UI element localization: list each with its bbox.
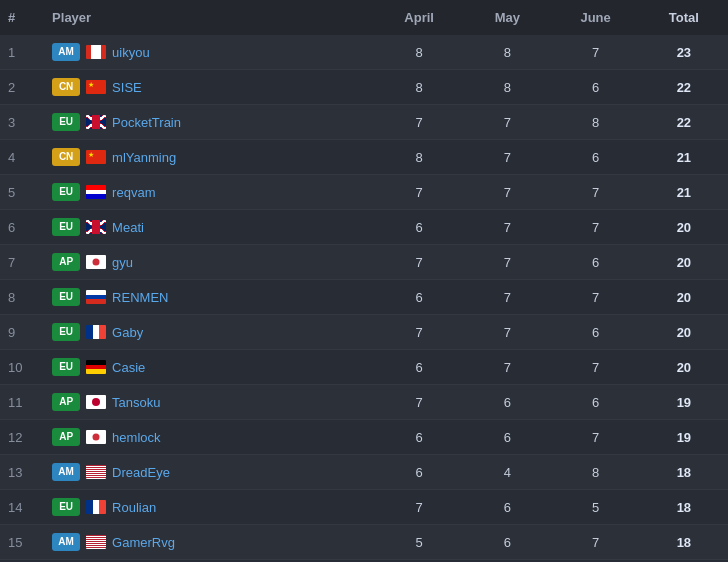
rank-cell: 8: [0, 280, 44, 315]
rank-cell: 1: [0, 35, 44, 70]
rank-cell: 13: [0, 455, 44, 490]
june-score: 7: [551, 350, 639, 385]
rank-cell: 4: [0, 140, 44, 175]
player-cell: EUCasie: [44, 350, 375, 385]
april-score: 7: [375, 105, 463, 140]
may-score: 7: [463, 315, 551, 350]
rank-cell: 15: [0, 525, 44, 560]
may-score: 6: [463, 490, 551, 525]
june-score: 7: [551, 175, 639, 210]
country-flag: [86, 465, 106, 479]
region-badge: AP: [52, 428, 80, 446]
total-score: 19: [640, 420, 728, 455]
country-flag: [86, 115, 106, 129]
table-row: 6EUMeati67720: [0, 210, 728, 245]
player-cell: CNSISE: [44, 70, 375, 105]
may-score: 4: [463, 455, 551, 490]
total-score: 18: [640, 455, 728, 490]
table-row: 1AMuikyou88723: [0, 35, 728, 70]
rank-cell: 11: [0, 385, 44, 420]
rank-cell: 2: [0, 70, 44, 105]
table-row: 3EUPocketTrain77822: [0, 105, 728, 140]
june-score: 8: [551, 455, 639, 490]
player-name[interactable]: gyu: [112, 255, 133, 270]
player-name[interactable]: hemlock: [112, 430, 160, 445]
player-name[interactable]: Casie: [112, 360, 145, 375]
total-score: 23: [640, 35, 728, 70]
country-flag: [86, 500, 106, 514]
april-score: 8: [375, 70, 463, 105]
total-score: 18: [640, 525, 728, 560]
player-name[interactable]: Tansoku: [112, 395, 160, 410]
table-row: 14EURoulian76518: [0, 490, 728, 525]
rank-cell: 5: [0, 175, 44, 210]
table-row: 4CNmlYanming87621: [0, 140, 728, 175]
country-flag: [86, 45, 106, 59]
june-score: 7: [551, 210, 639, 245]
may-score: 6: [463, 385, 551, 420]
header-total: Total: [640, 0, 728, 35]
may-score: 7: [463, 245, 551, 280]
player-name[interactable]: SISE: [112, 80, 142, 95]
region-badge: EU: [52, 498, 80, 516]
player-name[interactable]: PocketTrain: [112, 115, 181, 130]
player-name[interactable]: DreadEye: [112, 465, 170, 480]
april-score: 6: [375, 280, 463, 315]
player-name[interactable]: Gaby: [112, 325, 143, 340]
player-cell: CNmlYanming: [44, 140, 375, 175]
header-player: Player: [44, 0, 375, 35]
player-name[interactable]: uikyou: [112, 45, 150, 60]
country-flag: [86, 325, 106, 339]
table-row: 8EURENMEN67720: [0, 280, 728, 315]
region-badge: AM: [52, 533, 80, 551]
total-score: 22: [640, 70, 728, 105]
country-flag: [86, 395, 106, 409]
total-score: 20: [640, 280, 728, 315]
country-flag: [86, 80, 106, 94]
total-score: 21: [640, 175, 728, 210]
rank-cell: 10: [0, 350, 44, 385]
table-row: 5EUreqvam77721: [0, 175, 728, 210]
may-score: 7: [463, 280, 551, 315]
april-score: 7: [375, 490, 463, 525]
may-score: 7: [463, 175, 551, 210]
table-row: 7APgyu77620: [0, 245, 728, 280]
player-cell: EUPocketTrain: [44, 105, 375, 140]
region-badge: CN: [52, 78, 80, 96]
player-name[interactable]: Meati: [112, 220, 144, 235]
player-cell: AMGamerRvg: [44, 525, 375, 560]
rank-cell: 7: [0, 245, 44, 280]
may-score: 8: [463, 70, 551, 105]
may-score: 7: [463, 350, 551, 385]
rank-cell: 3: [0, 105, 44, 140]
player-cell: EURoulian: [44, 490, 375, 525]
table-row: 13AMDreadEye64818: [0, 455, 728, 490]
april-score: 6: [375, 455, 463, 490]
country-flag: [86, 185, 106, 199]
player-cell: AMuikyou: [44, 35, 375, 70]
region-badge: AM: [52, 463, 80, 481]
may-score: 8: [463, 35, 551, 70]
country-flag: [86, 360, 106, 374]
june-score: 5: [551, 490, 639, 525]
rank-cell: 12: [0, 420, 44, 455]
player-name[interactable]: mlYanming: [112, 150, 176, 165]
region-badge: AM: [52, 43, 80, 61]
total-score: 19: [640, 385, 728, 420]
total-score: 20: [640, 210, 728, 245]
player-name[interactable]: reqvam: [112, 185, 155, 200]
region-badge: EU: [52, 113, 80, 131]
may-score: 7: [463, 105, 551, 140]
region-badge: EU: [52, 218, 80, 236]
june-score: 7: [551, 280, 639, 315]
player-cell: EUreqvam: [44, 175, 375, 210]
player-cell: APgyu: [44, 245, 375, 280]
header-may: May: [463, 0, 551, 35]
player-name[interactable]: RENMEN: [112, 290, 168, 305]
table-row: 10EUCasie67720: [0, 350, 728, 385]
player-cell: APTansoku: [44, 385, 375, 420]
region-badge: EU: [52, 288, 80, 306]
player-name[interactable]: GamerRvg: [112, 535, 175, 550]
player-name[interactable]: Roulian: [112, 500, 156, 515]
total-score: 21: [640, 140, 728, 175]
